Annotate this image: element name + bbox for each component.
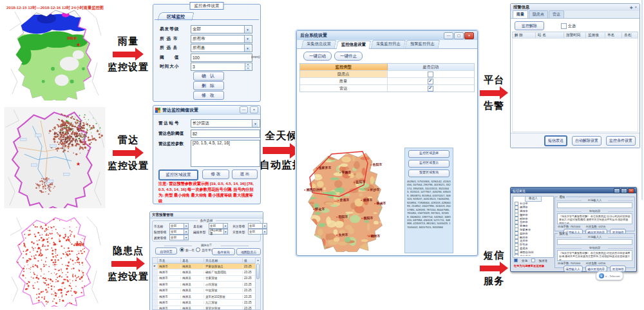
panel-button[interactable]: 监控区域选择	[408, 150, 450, 158]
filter-select[interactable]: 全部▾	[169, 235, 189, 240]
chevron-down-icon[interactable]: ▾	[244, 44, 251, 52]
alarm-column-header[interactable]: 报警时间	[564, 33, 586, 38]
tab-monitor-settings[interactable]: 监控信息设置	[336, 41, 371, 49]
time-size-stepper[interactable]: 3 ▴▾	[191, 63, 252, 71]
alarm-column-header[interactable]: 站 名	[536, 33, 564, 38]
window-titlebar[interactable]: 后台系统设置 — ▢ ×	[297, 31, 477, 40]
city-select[interactable]: 所有市▾	[191, 35, 252, 43]
spinner-buttons[interactable]: ▴▾	[245, 63, 251, 70]
threshold-input[interactable]: 100	[191, 53, 252, 62]
message-textarea[interactable]: 《地质灾害气象预警提醒》:各位负责同志:辖区内雷达回波强度较强,请相关单位及监测…	[557, 250, 632, 261]
filter-select[interactable]: 全部▾	[248, 229, 267, 235]
panel-button[interactable]: 监控区域显示	[408, 160, 450, 168]
close-icon[interactable]: ×	[250, 106, 258, 113]
minimize-icon[interactable]: —	[614, 188, 620, 193]
chevron-down-icon[interactable]: ▾	[262, 229, 267, 234]
table-row[interactable]: 隐患点	[300, 70, 474, 77]
filter-select[interactable]: 全部▾	[169, 229, 189, 235]
close-icon[interactable]: ×	[628, 188, 634, 193]
table-row[interactable]: 株洲市 株洲县 尹家塘滑坡点 23.25	[153, 264, 260, 269]
recipients-box[interactable]	[557, 202, 632, 208]
alarm-column-header[interactable]: 市名	[605, 33, 622, 38]
chevron-down-icon[interactable]: ▾	[184, 224, 188, 228]
radio-icon[interactable]	[180, 247, 184, 252]
tab-hazard[interactable]: 隐患点	[529, 10, 548, 18]
checkbox-icon[interactable]	[428, 86, 433, 92]
checkbox-icon[interactable]	[428, 79, 433, 84]
chevron-down-icon[interactable]: ▾	[244, 35, 251, 43]
table-row[interactable]: 株洲市 株洲县 甘家滑坡 23.25	[153, 276, 260, 282]
col-name[interactable]: 灾点名称	[204, 258, 243, 262]
auto-set-button[interactable]: 自动设置	[155, 247, 177, 255]
col-city[interactable]: 市名	[158, 258, 181, 262]
pin-icon[interactable]: ✚	[629, 5, 632, 10]
col-county[interactable]: 县名	[181, 258, 204, 262]
modify-button[interactable]: 修 改	[193, 91, 224, 100]
radar-station-select[interactable]: 长沙雷达▾	[191, 119, 260, 128]
chevron-down-icon[interactable]: ▾	[262, 224, 267, 228]
filter-select[interactable]: 全部▾	[248, 223, 267, 229]
table-row[interactable]: 株洲市 株洲县 磁板厂地面塌陷 23.25	[153, 269, 260, 275]
susceptibility-select[interactable]: 全部▾	[191, 25, 252, 34]
recipient-item[interactable]: 省直单位	[515, 254, 552, 256]
confirm-button[interactable]: 确 认	[193, 72, 224, 81]
select-all-checkbox[interactable]	[561, 23, 567, 29]
tab-radar[interactable]: 雷达	[549, 10, 564, 18]
query-button[interactable]: 条件查询	[212, 248, 235, 255]
table-row[interactable]: 株洲市 株洲县 小坝滑坡 23.25	[153, 282, 260, 287]
table-row[interactable]: 雨量	[300, 77, 474, 84]
table-row[interactable]: 雷达	[300, 84, 474, 92]
radio-prev-year[interactable]: 前一年历年平均	[180, 247, 214, 252]
alarm-column-header[interactable]: 解 除	[513, 33, 536, 38]
tab-collect-settings[interactable]: 采集信息设置	[301, 40, 337, 48]
maximize-icon[interactable]: ▢	[621, 188, 627, 193]
chevron-down-icon[interactable]: ▾	[223, 224, 227, 228]
tab-collect-log[interactable]: 采集监控日志	[370, 40, 406, 48]
chevron-down-icon[interactable]: ▾	[252, 120, 258, 127]
monitor-area-settings-button[interactable]: 监控区域设置	[158, 170, 198, 180]
maximize-icon[interactable]: ▢	[454, 32, 464, 39]
filter-select[interactable]: 24小时雨量▾	[209, 229, 228, 235]
radio-icon[interactable]	[196, 247, 200, 252]
sms-titlebar[interactable]: 短信发送 — ▢ ×	[511, 188, 636, 193]
select-all-checkbox[interactable]	[514, 258, 518, 262]
checkbox-icon[interactable]	[515, 254, 518, 256]
table-row[interactable]: 株洲市 株洲县 中塘滑坡 23.25	[153, 288, 260, 294]
color-threshold-input[interactable]: 82	[191, 130, 260, 138]
cell-start-checkbox[interactable]	[388, 85, 475, 92]
tab-rain[interactable]: 雨量	[513, 10, 528, 18]
cell-start-checkbox[interactable]	[388, 78, 475, 84]
hunan-monitor-map[interactable]: 张家界市常德市岳阳市益阳市湘西自治州长沙市湘潭市株洲市娄底市怀化市邵阳市衡阳市永…	[301, 148, 395, 252]
message-textarea[interactable]: 《地质灾害气象预警提醒》:各位负责同志:近24小时内辖区降雨量较大,已超过预警阈…	[557, 213, 632, 224]
tab-warning-log[interactable]: 预警监控日志	[405, 40, 440, 48]
alarm-column-header[interactable]: 监测值	[586, 33, 605, 38]
cell-start-checkbox[interactable]	[388, 71, 475, 77]
delete-button[interactable]: 删 除	[193, 81, 224, 90]
table-row[interactable]: 株洲市 株洲县 九江滑坡 23.25	[153, 300, 260, 305]
minimize-icon[interactable]: —	[444, 32, 453, 39]
dialog-titlebar[interactable]: 雷达监控阈值设置 — ×	[153, 106, 260, 115]
panel-button[interactable]: 预警区域查询	[408, 170, 450, 177]
vertical-scrollbar[interactable]: ▲	[255, 258, 260, 309]
auto-release-settings-button[interactable]: 自动解除设置	[572, 136, 601, 146]
tray-popup[interactable]: e e - Telecom	[596, 271, 623, 280]
close-icon[interactable]: ×	[634, 5, 637, 10]
one-key-start-button[interactable]: 一键启动	[303, 52, 332, 61]
chevron-down-icon[interactable]: ▾	[184, 235, 188, 240]
map-hazard-button[interactable]: 地图隐患点	[236, 248, 261, 255]
chevron-down-icon[interactable]: ▾	[223, 229, 227, 234]
release-monitor-button[interactable]: 监控解除	[515, 21, 544, 30]
monitor-condition-settings-button[interactable]: 监控条件设置	[606, 136, 636, 146]
modify-button[interactable]: 修 改	[202, 170, 229, 179]
chevron-down-icon[interactable]: ▾	[244, 26, 251, 33]
checkbox-icon[interactable]	[428, 72, 433, 77]
presend-checkbox[interactable]	[531, 258, 535, 262]
recipient-tab[interactable]: 收信人	[525, 196, 542, 202]
minimize-icon[interactable]: —	[240, 106, 248, 113]
county-select[interactable]: 所有县▾	[191, 44, 252, 52]
sms-action-button[interactable]: 清空输入人	[564, 266, 583, 272]
recipients-box[interactable]	[557, 239, 632, 245]
filter-select[interactable]: 全部▾	[169, 223, 189, 229]
table-row[interactable]: 株洲市 株洲县 黄泥塘滑坡 23.25	[153, 306, 260, 310]
alarm-column-header[interactable]: 县名	[622, 33, 632, 38]
